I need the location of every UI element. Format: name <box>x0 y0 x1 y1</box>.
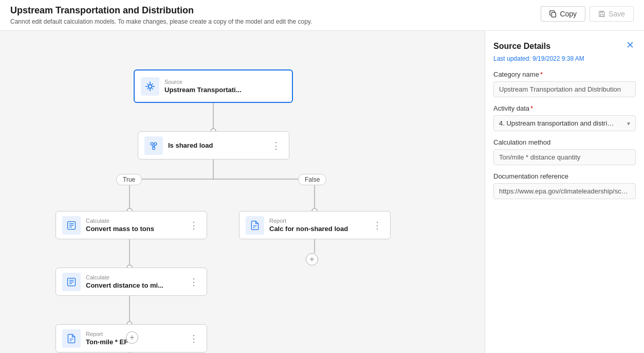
calc1-menu[interactable]: ⋮ <box>187 219 200 232</box>
category-name-label: Category name* <box>493 70 636 78</box>
svg-point-17 <box>149 84 152 88</box>
calc-node-1[interactable]: Calculate Convert mass to tons ⋮ <box>56 211 207 239</box>
report2-content: Report Calc for non-shared load <box>269 218 365 233</box>
panel-title: Source Details <box>493 42 550 51</box>
copy-button[interactable]: Copy <box>541 6 585 22</box>
panel-last-updated: Last updated: 9/19/2022 9:38 AM <box>493 55 636 62</box>
svg-line-21 <box>152 145 154 147</box>
save-label: Save <box>609 10 625 18</box>
save-icon <box>598 10 605 17</box>
close-icon <box>625 40 635 49</box>
add-step-right-button[interactable]: + <box>306 253 318 266</box>
report2-icon <box>246 216 264 235</box>
calculation-method-label: Calculation method <box>493 138 636 146</box>
activity-data-label: Activity data* <box>493 104 636 112</box>
documentation-reference-field: Documentation reference https://www.epa.… <box>493 172 636 199</box>
report-node-2[interactable]: Report Calc for non-shared load ⋮ <box>239 211 391 239</box>
svg-point-20 <box>153 147 155 149</box>
calc1-icon <box>62 216 81 235</box>
category-name-input[interactable]: Upstream Transportation and Distribution <box>493 81 636 97</box>
main-area: Source Upstream Transportati... Is share… <box>0 31 644 353</box>
header-actions: Copy Save <box>541 6 634 22</box>
branch-false-label: False <box>298 174 326 185</box>
calculation-method-input[interactable]: Ton/mile * distance quantity <box>493 149 636 165</box>
branch-true-label: True <box>116 174 142 185</box>
source-node-title: Upstream Transportati... <box>164 86 286 94</box>
decision-node-content: Is shared load <box>168 142 264 149</box>
source-icon <box>141 77 159 96</box>
page-subtitle: Cannot edit default calculation models. … <box>10 18 312 25</box>
source-node-type: Source <box>164 79 286 85</box>
calc2-type: Calculate <box>86 274 182 280</box>
report2-title: Calc for non-shared load <box>269 225 365 233</box>
copy-icon <box>549 10 557 17</box>
page-header: Upstream Transportation and Distribution… <box>0 0 644 31</box>
report1-menu[interactable]: ⋮ <box>187 332 200 345</box>
source-node[interactable]: Source Upstream Transportati... <box>134 69 293 103</box>
report2-type: Report <box>269 218 365 224</box>
decision-node-title: Is shared load <box>168 142 264 149</box>
calc2-content: Calculate Convert distance to mi... <box>86 274 182 289</box>
header-left: Upstream Transportation and Distribution… <box>10 5 312 25</box>
svg-rect-0 <box>552 12 556 17</box>
calc2-icon <box>62 273 81 291</box>
calc1-type: Calculate <box>86 218 182 224</box>
svg-rect-1 <box>600 14 603 16</box>
calc2-title: Convert distance to mi... <box>86 281 182 289</box>
svg-point-18 <box>151 143 153 145</box>
svg-rect-2 <box>600 11 602 13</box>
calculation-method-field: Calculation method Ton/mile * distance q… <box>493 138 636 165</box>
svg-line-22 <box>154 145 155 147</box>
report1-icon <box>62 329 81 348</box>
calc2-menu[interactable]: ⋮ <box>187 275 200 289</box>
calc-node-2[interactable]: Calculate Convert distance to mi... ⋮ <box>56 268 207 296</box>
calc1-title: Convert mass to tons <box>86 225 182 233</box>
activity-data-value: 4. Upstream transportation and distribut… <box>499 119 617 127</box>
report2-menu[interactable]: ⋮ <box>371 219 384 232</box>
activity-data-select[interactable]: 4. Upstream transportation and distribut… <box>493 115 636 131</box>
page-title: Upstream Transportation and Distribution <box>10 5 312 16</box>
svg-point-19 <box>154 143 157 145</box>
chevron-down-icon: ▾ <box>627 120 630 127</box>
decision-icon <box>144 136 163 155</box>
close-panel-button[interactable] <box>624 39 636 53</box>
documentation-reference-label: Documentation reference <box>493 172 636 180</box>
decision-menu[interactable]: ⋮ <box>269 139 283 152</box>
source-node-content: Source Upstream Transportati... <box>164 79 286 94</box>
panel-header: Source Details <box>493 39 636 53</box>
side-panel: Source Details Last updated: 9/19/2022 9… <box>485 31 644 353</box>
save-button[interactable]: Save <box>590 6 634 22</box>
documentation-reference-input[interactable]: https://www.epa.gov/climateleadership/sc… <box>493 183 636 199</box>
calc1-content: Calculate Convert mass to tons <box>86 218 182 233</box>
copy-label: Copy <box>560 10 577 18</box>
canvas: Source Upstream Transportati... Is share… <box>0 31 485 353</box>
add-step-left-button[interactable]: + <box>126 331 138 344</box>
activity-data-field: Activity data* 4. Upstream transportatio… <box>493 104 636 131</box>
category-name-field: Category name* Upstream Transportation a… <box>493 70 636 97</box>
decision-node[interactable]: Is shared load ⋮ <box>138 131 289 160</box>
